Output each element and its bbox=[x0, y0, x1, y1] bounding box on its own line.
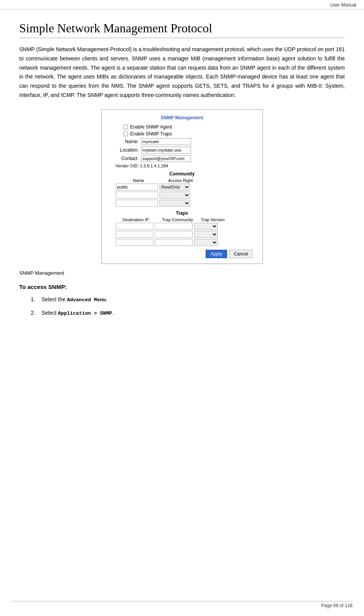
button-row: Apply Cancel bbox=[108, 250, 256, 258]
page-content: Simple Network Management Protocol SNMP … bbox=[0, 10, 364, 347]
community-row-2: ReadOnly ReadWrite bbox=[116, 192, 256, 199]
name-input[interactable] bbox=[141, 138, 191, 145]
community-row-3: ReadOnly ReadWrite bbox=[116, 200, 256, 207]
community-name-1[interactable] bbox=[116, 184, 158, 190]
header-bar: User Manual bbox=[0, 0, 364, 10]
step-2-num: 2. bbox=[31, 310, 38, 316]
contact-input[interactable] bbox=[141, 155, 191, 162]
traps-dest-3[interactable] bbox=[116, 239, 153, 246]
traps-row-1: v1v2c bbox=[116, 223, 256, 230]
traps-tv-2[interactable]: v1v2c bbox=[194, 231, 218, 238]
community-section: Community Name Access Right ReadOnly Rea… bbox=[108, 171, 256, 207]
enable-snmp-agent-label: Enable SNMP Agent bbox=[130, 124, 172, 130]
location-field-row: Location: bbox=[116, 147, 256, 154]
traps-row-2: v1v2c bbox=[116, 231, 256, 238]
location-input[interactable] bbox=[141, 147, 191, 154]
community-access-3[interactable]: ReadOnly ReadWrite bbox=[160, 200, 190, 207]
step-2: 2. Select Application > SNMP. bbox=[31, 310, 345, 316]
vendor-oid-row: Vendor OID: 1.3.6.1.4.1.294 bbox=[116, 164, 256, 168]
page-title: Simple Network Management Protocol bbox=[19, 21, 345, 38]
traps-dest-1[interactable] bbox=[116, 223, 153, 230]
caption-text: SNMP Management bbox=[19, 270, 345, 276]
traps-tv-3[interactable]: v1v2c bbox=[194, 239, 218, 246]
traps-title: Traps bbox=[108, 210, 256, 216]
community-access-2[interactable]: ReadOnly ReadWrite bbox=[160, 192, 190, 199]
name-field-row: Name: bbox=[116, 138, 256, 145]
page-number: Page 69 of 118 bbox=[321, 603, 352, 608]
access-heading: To access SNMP: bbox=[19, 284, 345, 290]
name-label: Name: bbox=[116, 139, 139, 144]
step-2-text: Select Application > SNMP. bbox=[42, 310, 113, 316]
cancel-button[interactable]: Cancel bbox=[229, 250, 252, 258]
traps-dest-2[interactable] bbox=[116, 231, 153, 238]
enable-snmp-traps-label: Enable SNMP Traps bbox=[130, 131, 172, 137]
vendor-oid-label: Vendor OID: 1.3.6.1.4.1.294 bbox=[116, 164, 168, 168]
community-row-1: ReadOnly ReadWrite bbox=[116, 184, 256, 190]
screenshot-title: SNMP Management bbox=[108, 115, 256, 120]
traps-section: Traps Destination IP Trap Community Trap… bbox=[108, 210, 256, 246]
step-2-bold: Application > SNMP bbox=[58, 311, 112, 316]
community-name-2[interactable] bbox=[116, 192, 158, 199]
header-label: User Manual bbox=[330, 2, 356, 8]
traps-header-row: Destination IP Trap Community Trap Versi… bbox=[116, 217, 256, 222]
community-access-1[interactable]: ReadOnly ReadWrite bbox=[160, 184, 190, 190]
apply-button[interactable]: Apply bbox=[206, 250, 227, 258]
step-1-text: Select the Advanced Menu. bbox=[42, 296, 107, 303]
enable-snmp-traps-checkbox[interactable] bbox=[123, 132, 128, 136]
contact-label: Contact: bbox=[116, 156, 139, 161]
body-paragraph: SNMP (Simple Network Management Protocol… bbox=[19, 45, 345, 100]
traps-tv-1[interactable]: v1v2c bbox=[194, 223, 218, 230]
community-name-header: Name bbox=[116, 178, 162, 183]
page-footer: Page 69 of 118 bbox=[12, 601, 352, 608]
traps-tc-3[interactable] bbox=[155, 239, 193, 246]
traps-tv-header: Trap Version bbox=[199, 217, 226, 222]
step-1-bold: Advanced Menu bbox=[67, 297, 106, 303]
traps-tc-2[interactable] bbox=[155, 231, 193, 238]
traps-tc-1[interactable] bbox=[155, 223, 193, 230]
traps-tc-header: Trap Community bbox=[158, 217, 198, 222]
step-1: 1. Select the Advanced Menu. bbox=[31, 296, 345, 303]
traps-row-3: v1v2c bbox=[116, 239, 256, 246]
community-name-3[interactable] bbox=[116, 200, 158, 207]
step-1-num: 1. bbox=[31, 296, 38, 302]
enable-snmp-traps-row: Enable SNMP Traps bbox=[123, 131, 256, 137]
screenshot-box: SNMP Management Enable SNMP Agent Enable… bbox=[101, 109, 263, 264]
location-label: Location: bbox=[116, 147, 139, 153]
enable-snmp-agent-checkbox[interactable] bbox=[123, 125, 128, 129]
community-header-row: Name Access Right bbox=[116, 178, 256, 183]
enable-snmp-agent-row: Enable SNMP Agent bbox=[123, 124, 256, 130]
contact-field-row: Contact: bbox=[116, 155, 256, 162]
traps-dest-header: Destination IP bbox=[116, 217, 156, 222]
steps-list: 1. Select the Advanced Menu. 2. Select A… bbox=[31, 296, 345, 316]
community-access-header: Access Right bbox=[163, 178, 198, 183]
community-title: Community bbox=[108, 171, 256, 177]
